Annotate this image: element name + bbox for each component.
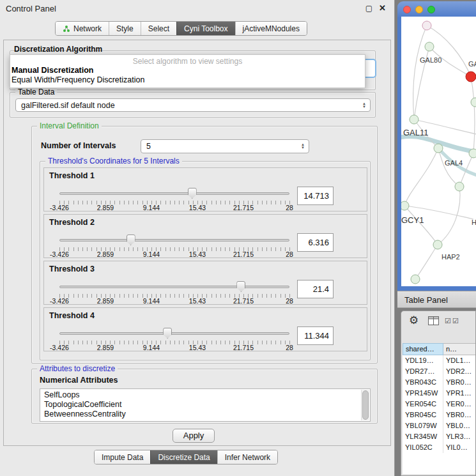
table-row[interactable]: YDR27… YDR2… <box>403 366 475 377</box>
tab-label: Style <box>116 24 134 33</box>
tab-label: Select <box>148 24 169 33</box>
network-view-window: GAL80 GA GAL11 GAL4 GCY1 H HAP2 <box>397 1 476 291</box>
mac-close-icon[interactable] <box>403 6 411 13</box>
scrollbar-thumb[interactable] <box>362 390 369 420</box>
slider-thumb[interactable] <box>163 328 172 339</box>
threshold-1-value-field[interactable]: 14.713 <box>297 187 334 205</box>
attributes-list: SelfLoops TopologicalCoefficient Between… <box>40 388 371 422</box>
table-row[interactable]: YBR045C YBR0… <box>403 410 475 420</box>
table-body: YDL19… YDL1… YDR27… YDR2… YBR043C YBR0… … <box>403 355 475 474</box>
list-item[interactable]: BetweennessCentrality <box>40 410 370 419</box>
table-header-row: shared… n… <box>403 343 475 355</box>
chevron-updown-icon: ▲▼ <box>298 143 309 150</box>
list-item[interactable]: TopologicalCoefficient <box>40 400 370 410</box>
tab-jactivemnodules[interactable]: jActiveMNodules <box>235 22 307 35</box>
table-row[interactable]: YLR345W YLR3… <box>403 431 475 442</box>
top-tab-bar: Network Style Select Cyni Toolbox jActiv… <box>55 21 307 36</box>
threshold-3-slider[interactable] <box>59 280 289 293</box>
network-node-gal80[interactable] <box>425 42 434 52</box>
cell: YPR1… <box>443 388 475 399</box>
popup-option-equal-width[interactable]: Equal Width/Frequency Discretization <box>10 75 365 84</box>
cell: YDL19… <box>403 355 443 366</box>
table-row[interactable]: YDL19… YDL1… <box>403 355 475 366</box>
threshold-4-slider[interactable] <box>59 327 289 340</box>
table-row[interactable]: YPR145W YPR1… <box>403 388 475 399</box>
node-label-gal4: GAL4 <box>445 159 463 167</box>
cell: YBR0… <box>443 377 475 388</box>
cell: YBR0… <box>443 410 475 420</box>
network-node-hap2[interactable] <box>433 240 443 250</box>
table-row[interactable]: YBL079W YBL0… <box>403 420 475 431</box>
tab-label: Impute Data <box>102 453 143 462</box>
column-browser-icon[interactable] <box>428 316 439 325</box>
slider-thumb[interactable] <box>188 188 197 199</box>
select-columns-icons[interactable]: ☑☑ <box>445 317 460 325</box>
mac-minimize-icon[interactable] <box>415 6 423 13</box>
threshold-label: Threshold 3 <box>49 265 95 273</box>
column-header-name[interactable]: n… <box>443 343 475 355</box>
slider-track <box>59 332 289 335</box>
threshold-1-panel: Threshold 1 -3.426 2.859 9.144 15.43 21.… <box>43 167 367 211</box>
table-panel-header: Table Panel <box>397 291 476 308</box>
network-node[interactable] <box>422 21 432 31</box>
minimize-icon[interactable]: ▢ <box>365 4 372 13</box>
gear-icon[interactable]: ⚙ <box>409 314 418 327</box>
threshold-2-slider[interactable] <box>59 234 289 247</box>
tab-infer-network[interactable]: Infer Network <box>217 450 277 464</box>
network-node[interactable] <box>469 149 476 158</box>
cell: YBL079W <box>403 420 443 431</box>
slider-scale: -3.426 2.859 9.144 15.43 21.715 28 <box>59 344 289 351</box>
close-icon[interactable]: ✕ <box>379 3 386 13</box>
threshold-2-value-field[interactable]: 6.316 <box>297 233 334 252</box>
tab-label: jActiveMNodules <box>243 24 300 33</box>
tab-select[interactable]: Select <box>141 22 176 35</box>
node-label-gcy1: GCY1 <box>401 215 424 225</box>
cell: YDR27… <box>403 366 443 377</box>
table-row[interactable]: YER054C YER0… <box>403 399 475 410</box>
network-node[interactable] <box>455 182 464 192</box>
table-data-group-title: Table Data <box>15 88 57 96</box>
apply-button[interactable]: Apply <box>173 429 215 443</box>
table-row[interactable]: YBR043C YBR0… <box>403 377 475 388</box>
table-panel-window: ⚙ ☑☑ shared… n… YDL19… YDL1… YDR27… YDR2… <box>401 311 476 476</box>
list-scrollbar[interactable] <box>361 390 369 420</box>
attributes-group-title: Attributes to discretize <box>37 364 118 373</box>
tab-discretize-data[interactable]: Discretize Data <box>150 450 217 464</box>
list-item[interactable]: SelfLoops <box>40 389 370 400</box>
popup-placeholder: Select algorithm to view settings <box>10 55 365 65</box>
num-intervals-select[interactable]: 5 ▲▼ <box>141 139 309 153</box>
desktop: Control Panel ▢ ✕ Network Style Select <box>0 0 476 476</box>
cell: YER0… <box>443 399 475 410</box>
threshold-4-value-field[interactable]: 11.344 <box>297 326 334 345</box>
threshold-3-panel: Threshold 3 -3.426 2.859 9.144 15.43 21.… <box>43 261 367 305</box>
network-canvas[interactable]: GAL80 GA GAL11 GAL4 GCY1 H HAP2 <box>401 17 476 286</box>
column-header-shared-name[interactable]: shared… <box>403 343 443 355</box>
network-node[interactable] <box>411 275 420 284</box>
tab-cyni-toolbox[interactable]: Cyni Toolbox <box>176 22 234 35</box>
network-node-gal11[interactable] <box>410 115 419 125</box>
network-icon <box>63 25 70 33</box>
checkbox-icon: ☑ <box>452 317 460 325</box>
network-node-gal4[interactable] <box>434 144 443 153</box>
network-node[interactable] <box>471 98 476 107</box>
slider-track <box>59 192 289 195</box>
interval-definition-title: Interval Definition <box>37 121 102 130</box>
threshold-3-value-field[interactable]: 21.4 <box>297 280 334 298</box>
tab-network[interactable]: Network <box>56 22 109 35</box>
node-label-gal11: GAL11 <box>403 128 429 137</box>
tab-style[interactable]: Style <box>109 22 141 35</box>
cell: YER054C <box>403 399 443 410</box>
tab-impute-data[interactable]: Impute Data <box>95 450 150 464</box>
slider-thumb[interactable] <box>127 234 135 245</box>
control-panel-window: Control Panel ▢ ✕ Network Style Select <box>0 0 395 476</box>
threshold-1-slider[interactable] <box>59 187 289 200</box>
table-data-select[interactable]: galFiltered.sif default node ▲▼ <box>15 98 371 112</box>
mac-zoom-icon[interactable] <box>427 6 435 13</box>
attributes-group: Attributes to discretize Numerical Attri… <box>31 369 378 424</box>
table-row[interactable]: YIL052C YIL0… <box>403 442 475 453</box>
slider-thumb[interactable] <box>236 281 245 292</box>
network-node-selected-red[interactable] <box>466 72 476 82</box>
algorithm-dropdown-popup: Select algorithm to view settings Manual… <box>10 54 365 88</box>
popup-option-manual[interactable]: Manual Discretization <box>10 65 365 75</box>
table-panel-title: Table Panel <box>397 291 476 305</box>
